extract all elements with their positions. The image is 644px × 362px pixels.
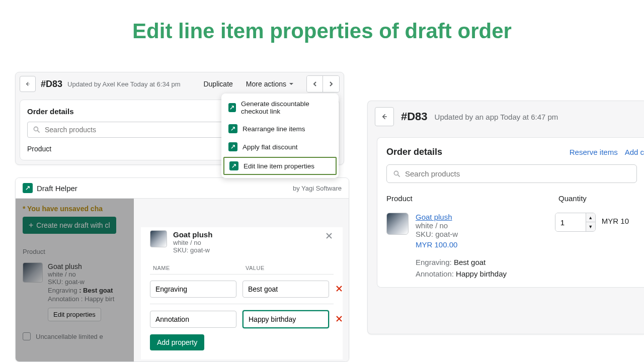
page-heading: Edit line item properties of draft order [0,0,644,53]
